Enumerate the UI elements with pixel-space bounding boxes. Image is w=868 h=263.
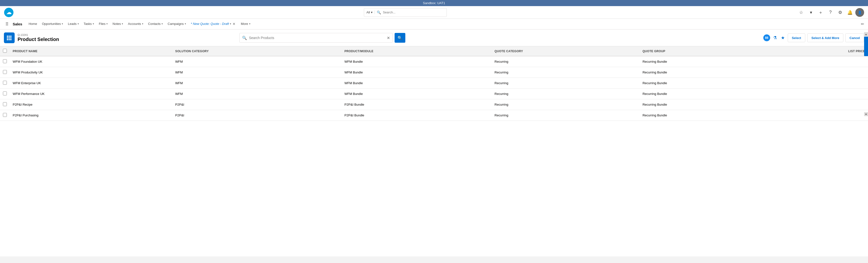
- nav-campaigns-label: Campaigns: [168, 22, 184, 26]
- row-solution-category: WFM: [172, 67, 341, 78]
- row-product-name: WFM Enterprise UK: [10, 78, 172, 89]
- favorites-dropdown-icon[interactable]: ▾: [807, 8, 815, 17]
- select-add-more-button[interactable]: Select & Add More: [807, 33, 843, 42]
- nav-item-accounts[interactable]: Accounts ▾: [125, 19, 146, 29]
- user-avatar[interactable]: 👤: [855, 8, 864, 17]
- row-quote-category: Recurring: [492, 67, 640, 78]
- row-solution-category: WFM: [172, 56, 341, 67]
- row-checkbox-cell: [0, 78, 10, 89]
- nav-item-leads[interactable]: Leads ▾: [65, 19, 81, 29]
- global-search-bar: All ▾ 🔍: [364, 8, 447, 17]
- row-checkbox[interactable]: [3, 59, 7, 63]
- nav-item-notes[interactable]: Notes ▾: [110, 19, 125, 29]
- nav-item-opportunities[interactable]: Opportunities ▾: [39, 19, 65, 29]
- row-checkbox[interactable]: [3, 70, 7, 74]
- search-scope-caret: ▾: [371, 10, 373, 14]
- cancel-button[interactable]: Cancel: [845, 33, 864, 42]
- row-product-module: P2P&I Bundle: [342, 99, 492, 110]
- nav-more-caret: ▾: [249, 23, 250, 25]
- row-product-name: WFM Performance UK: [10, 89, 172, 99]
- search-clear-button[interactable]: ✕: [387, 36, 390, 40]
- row-product-module: WFM Bundle: [342, 56, 492, 67]
- row-quote-group: Recurring Bundle: [640, 56, 770, 67]
- row-list-price: [770, 78, 868, 89]
- row-product-module: WFM Bundle: [342, 67, 492, 78]
- row-quote-group: Recurring Bundle: [640, 78, 770, 89]
- search-icon: 🔍: [377, 10, 381, 14]
- row-checkbox-cell: [0, 67, 10, 78]
- row-product-name: P2P&I Recipe: [10, 99, 172, 110]
- row-product-name: WFM Foundation UK: [10, 56, 172, 67]
- nav-notes-label: Notes: [113, 22, 121, 26]
- nav-accounts-label: Accounts: [128, 22, 141, 26]
- svg-rect-9: [8, 39, 10, 40]
- scroll-arrow-up[interactable]: ▲: [864, 32, 868, 36]
- nav-edit-icon[interactable]: ✏: [860, 21, 865, 27]
- svg-rect-5: [7, 37, 8, 38]
- nav-item-home[interactable]: Home: [26, 19, 39, 29]
- row-checkbox-cell: [0, 99, 10, 110]
- scrollbar-indicator[interactable]: [864, 37, 868, 56]
- app-launcher-icon[interactable]: ⠿: [3, 20, 11, 28]
- select-all-checkbox[interactable]: [3, 49, 7, 53]
- row-checkbox[interactable]: [3, 102, 7, 106]
- product-title-section: Q-13241 Product Selection: [18, 33, 59, 42]
- help-icon[interactable]: ?: [826, 8, 835, 17]
- table-row: WFM Performance UK WFM WFM Bundle Recurr…: [0, 89, 868, 99]
- row-product-module: WFM Bundle: [342, 78, 492, 89]
- row-solution-category: P2P&I: [172, 110, 341, 121]
- favorites-icon[interactable]: ☆: [797, 8, 806, 17]
- row-checkbox[interactable]: [3, 92, 7, 95]
- row-checkbox-cell: [0, 56, 10, 67]
- select-button[interactable]: Select: [788, 33, 805, 42]
- star-button[interactable]: ★: [780, 34, 786, 41]
- search-go-button[interactable]: 🔍: [395, 33, 405, 43]
- product-count-badge: 88: [763, 34, 770, 41]
- row-quote-category: Recurring: [492, 110, 640, 121]
- filter-button[interactable]: ⚗: [772, 34, 778, 41]
- add-icon[interactable]: ＋: [816, 8, 825, 17]
- row-quote-group: Recurring Bundle: [640, 67, 770, 78]
- table-row: P2P&I Purchasing P2P&I P2P&I Bundle Recu…: [0, 110, 868, 121]
- nav-item-contacts[interactable]: Contacts ▾: [146, 19, 165, 29]
- nav-notes-caret: ▾: [122, 23, 123, 25]
- product-icon-box: [4, 32, 14, 43]
- nav-item-quote[interactable]: * New Quote: Quote - Draft ▾ ✕: [188, 19, 239, 29]
- row-checkbox[interactable]: [3, 113, 7, 117]
- nav-opportunities-caret: ▾: [62, 23, 63, 25]
- svg-rect-3: [8, 36, 10, 37]
- nav-home-label: Home: [29, 22, 37, 26]
- filter-icon: ⚗: [773, 35, 777, 40]
- product-search-input[interactable]: [249, 36, 385, 40]
- nav-item-more[interactable]: More ▾: [239, 19, 253, 29]
- table-body: WFM Foundation UK WFM WFM Bundle Recurri…: [0, 56, 868, 121]
- nav-leads-caret: ▾: [78, 23, 79, 25]
- nav-more-label: More: [241, 22, 248, 26]
- nav-leads-label: Leads: [68, 22, 76, 26]
- nav-item-files[interactable]: Files ▾: [96, 19, 110, 29]
- setup-icon[interactable]: ⚙: [836, 8, 844, 17]
- row-checkbox[interactable]: [3, 81, 7, 85]
- row-list-price: [770, 56, 868, 67]
- search-input[interactable]: [383, 10, 437, 14]
- nav-item-campaigns[interactable]: Campaigns ▾: [165, 19, 188, 29]
- product-actions: 88 ⚗ ★ Select Select & Add More Cancel: [763, 33, 864, 42]
- nav-item-tasks[interactable]: Tasks ▾: [81, 19, 96, 29]
- quote-tab-caret: ▾: [230, 23, 231, 25]
- nav-opportunities-label: Opportunities: [42, 22, 61, 26]
- col-list-price: LIST PRICE: [770, 46, 868, 56]
- notifications-icon[interactable]: 🔔: [845, 8, 854, 17]
- svg-rect-7: [10, 37, 11, 38]
- svg-rect-10: [10, 39, 11, 40]
- star-icon: ★: [781, 35, 785, 40]
- search-go-icon: 🔍: [398, 36, 402, 40]
- search-scope-selector[interactable]: All ▾: [367, 10, 375, 14]
- salesforce-logo[interactable]: ☁: [4, 7, 14, 17]
- col-quote-group: QUOTE GROUP: [640, 46, 770, 56]
- row-quote-category: Recurring: [492, 99, 640, 110]
- quote-tab-close-button[interactable]: ✕: [232, 22, 236, 26]
- svg-text:☁: ☁: [6, 9, 11, 15]
- scroll-arrow-down[interactable]: ▼: [864, 112, 868, 116]
- row-quote-group: Recurring Bundle: [640, 110, 770, 121]
- col-product-module: PRODUCT/MODULE: [342, 46, 492, 56]
